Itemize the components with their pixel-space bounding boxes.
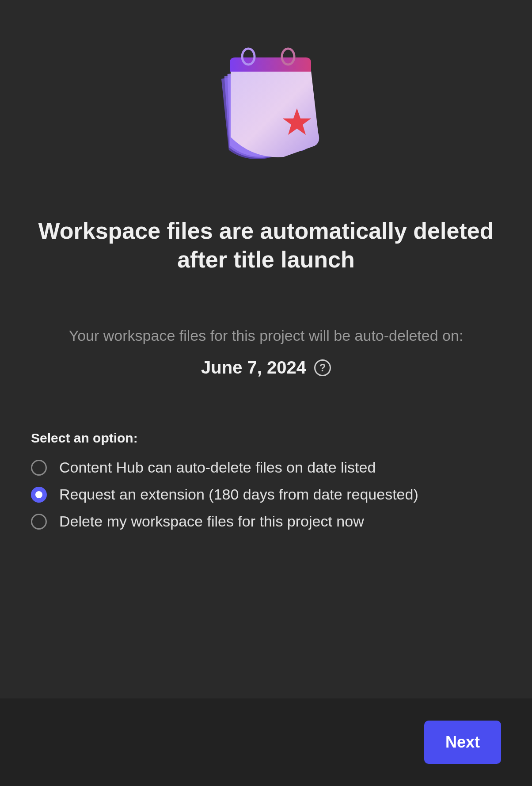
radio-option-extension[interactable]: Request an extension (180 days from date…: [31, 486, 501, 503]
radio-circle: [31, 460, 47, 476]
deletion-date: June 7, 2024: [201, 358, 306, 378]
dialog-footer: Next: [0, 698, 532, 786]
radio-label: Content Hub can auto-delete files on dat…: [59, 459, 376, 476]
deletion-date-row: June 7, 2024 ?: [201, 358, 331, 378]
radio-label: Request an extension (180 days from date…: [59, 486, 418, 503]
help-icon[interactable]: ?: [314, 359, 331, 376]
radio-circle: [31, 514, 47, 530]
page-title: Workspace files are automatically delete…: [31, 217, 501, 274]
deletion-subtext: Your workspace files for this project wi…: [69, 327, 464, 344]
radio-label: Delete my workspace files for this proje…: [59, 513, 364, 530]
next-button[interactable]: Next: [424, 721, 501, 764]
radio-option-auto-delete[interactable]: Content Hub can auto-delete files on dat…: [31, 459, 501, 476]
options-label: Select an option:: [31, 431, 501, 446]
radio-option-delete-now[interactable]: Delete my workspace files for this proje…: [31, 513, 501, 530]
calendar-icon: [204, 44, 328, 168]
radio-circle: [31, 487, 47, 503]
